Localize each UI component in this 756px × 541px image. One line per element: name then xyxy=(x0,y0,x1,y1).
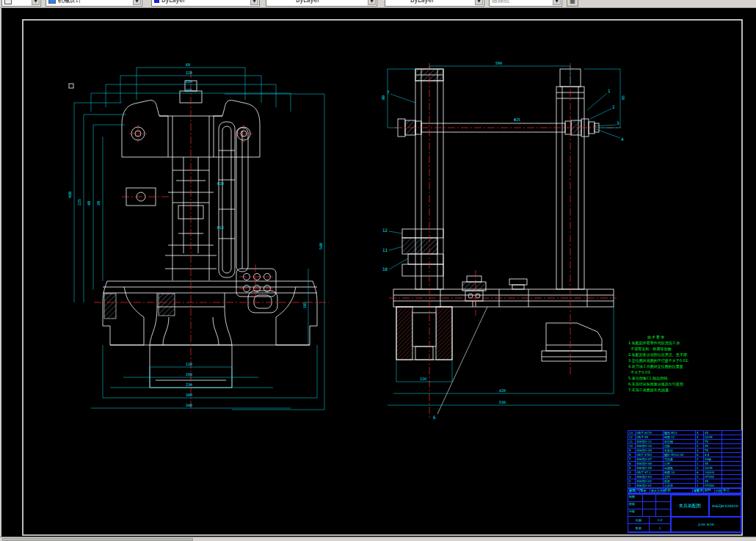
linetype-combo[interactable]: ByLayer ▼ xyxy=(266,0,377,7)
svg-text:105: 105 xyxy=(302,302,307,308)
svg-text:Φ25: Φ25 xyxy=(514,117,520,122)
svg-text:1: 1 xyxy=(608,88,611,93)
object-properties-toolbar: ▼ 机械设计 ▼ ByLayer ▼ ByLayer ▼ ByLayer ▼ 随… xyxy=(0,0,756,8)
svg-text:95: 95 xyxy=(621,95,625,100)
plotstyle-combo-value: 随颜色 xyxy=(492,0,509,4)
note-line: 不得有毛刺、铁屑等杂物; xyxy=(628,346,705,352)
svg-text:60: 60 xyxy=(186,62,190,67)
note-line: 不大于0.03; xyxy=(628,369,705,375)
note-line: 4.对刀块工作面对定位面的位置度 xyxy=(628,363,705,369)
svg-text:300: 300 xyxy=(186,393,192,397)
note-line: 1.装配前所有零件均应清洗干净, xyxy=(628,340,705,346)
drawing-number: 4S6ZJH-02001D xyxy=(709,495,741,517)
chevron-down-icon[interactable]: ▼ xyxy=(553,0,561,5)
color-combo[interactable]: ByLayer ▼ xyxy=(151,0,260,7)
chevron-down-icon[interactable]: ▼ xyxy=(250,0,258,5)
chevron-down-icon[interactable]: ▼ xyxy=(475,0,483,5)
layer-combo-value: 机械设计 xyxy=(58,0,81,4)
dimension-texts: 60 120 210 270 460 225 40 20 560 105 110… xyxy=(68,62,323,407)
svg-text:110: 110 xyxy=(420,377,426,381)
svg-text:340: 340 xyxy=(186,403,192,407)
linetype-combo-value: ByLayer xyxy=(296,0,320,4)
svg-text:530: 530 xyxy=(499,400,506,404)
title-block: 标记 处数 更改文件号 签名 日期 制图 校核 审核 比例 1:2 数量 1 夹… xyxy=(628,488,742,533)
svg-text:190: 190 xyxy=(186,372,192,377)
chevron-down-icon[interactable]: ▼ xyxy=(368,0,376,5)
svg-text:40: 40 xyxy=(87,201,91,206)
svg-text:3: 3 xyxy=(617,120,619,126)
layer-icon xyxy=(48,0,56,4)
svg-text:4: 4 xyxy=(621,137,624,142)
signature-rows: 制图 校核 审核 xyxy=(628,495,671,517)
revision-strip: 标记 处数 更改文件号 签名 日期 xyxy=(628,489,741,495)
note-line: 7.非加工表面涂灰色油漆。 xyxy=(628,387,705,393)
plotstyle-combo[interactable]: 随颜色 ▼ xyxy=(489,0,562,7)
lineweight-combo[interactable]: ByLayer ▼ xyxy=(385,0,484,7)
svg-text:110: 110 xyxy=(186,362,192,366)
note-line: 6.夹具经试装检验合格后方可使用; xyxy=(628,381,705,387)
canvas-left-edge xyxy=(0,7,1,537)
svg-text:120: 120 xyxy=(186,70,192,75)
svg-text:460: 460 xyxy=(68,192,72,198)
scrollbar-thumb[interactable] xyxy=(2,538,193,541)
scale-grid: 比例 1:2 数量 1 xyxy=(628,517,671,532)
signature-row: 制图 xyxy=(628,495,671,502)
sheet-info: 共1张 第1张 xyxy=(671,517,741,532)
dim-style-icon xyxy=(4,0,12,4)
svg-text:12: 12 xyxy=(382,228,388,233)
grip-square[interactable] xyxy=(69,84,73,88)
svg-text:10: 10 xyxy=(382,266,388,272)
signature-row: 校核 xyxy=(628,502,671,509)
horizontal-scrollbar[interactable] xyxy=(0,537,756,541)
signature-row: 审核 xyxy=(628,509,671,517)
note-line: 5.未注倒角C1,锐边倒钝; xyxy=(628,375,705,381)
svg-text:560: 560 xyxy=(319,243,323,250)
svg-text:20: 20 xyxy=(96,201,101,206)
svg-text:500: 500 xyxy=(495,61,502,65)
svg-text:7: 7 xyxy=(387,90,390,95)
toolbar-grid-button[interactable]: ▦ xyxy=(567,0,578,7)
svg-text:Φ20: Φ20 xyxy=(217,181,224,186)
note-line: 2.装配后各运动部位应灵活、无卡滞; xyxy=(628,352,705,357)
hatch-area xyxy=(159,294,175,316)
svg-text:80: 80 xyxy=(381,95,385,100)
svg-text:2: 2 xyxy=(612,104,615,109)
svg-text:210: 210 xyxy=(186,79,192,84)
chevron-down-icon[interactable]: ▼ xyxy=(133,0,141,5)
note-line: 3.定位面对底面的平行度不大于0.02; xyxy=(628,357,705,363)
color-combo-value: ByLayer xyxy=(161,0,186,4)
svg-text:270: 270 xyxy=(186,88,192,92)
dimension-texts: 500 95 80 110 420 530 Φ25 xyxy=(381,61,625,404)
svg-text:230: 230 xyxy=(186,382,192,387)
note-line: 技术要求 xyxy=(628,334,705,340)
svg-text:6: 6 xyxy=(433,415,436,420)
svg-text:M12: M12 xyxy=(217,225,224,230)
style-combo[interactable]: ▼ xyxy=(1,0,41,7)
drawing-title: 夹具装配图 xyxy=(671,495,709,517)
dimension-lines xyxy=(388,66,620,405)
side-view: 500 95 80 110 420 530 Φ25 1 2 3 4 7 12 1… xyxy=(381,61,625,420)
lineweight-combo-value: ByLayer xyxy=(410,0,435,4)
hatch-area xyxy=(104,294,116,319)
parts-table: 13 GB/T 6170 螺母 M12 4 45 12 GB/T 95 垫圈 1… xyxy=(628,430,742,494)
centerlines xyxy=(94,70,329,411)
dimension-lines xyxy=(74,68,324,410)
layer-combo[interactable]: 机械设计 ▼ xyxy=(46,0,142,7)
front-view: 60 120 210 270 460 225 40 20 560 105 110… xyxy=(68,62,329,411)
chevron-down-icon[interactable]: ▼ xyxy=(32,0,40,5)
svg-text:11: 11 xyxy=(382,247,388,253)
technical-notes: 技术要求1.装配前所有零件均应清洗干净, 不得有毛刺、铁屑等杂物;2.装配后各运… xyxy=(628,334,705,393)
svg-text:420: 420 xyxy=(499,388,506,393)
color-swatch xyxy=(154,0,159,3)
svg-text:225: 225 xyxy=(77,199,81,206)
